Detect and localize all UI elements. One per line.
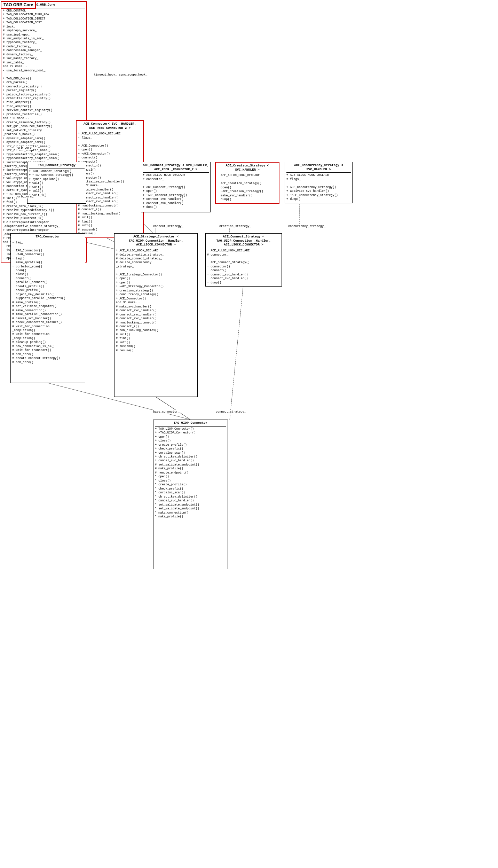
tao-connector-box: TAO_Connector - tag_ + TAO_Connector() +… — [10, 233, 85, 383]
ace-creation-strategy-content: + ACE_ALLOC_HOOK_DECLARE + ACE_Creation_… — [217, 174, 277, 202]
tao-connector-content: - tag_ + TAO_Connector() + ~TAO_Connecto… — [12, 241, 84, 365]
window-title: TAO ORB Core — [1, 1, 36, 9]
tao-connector-title: TAO_Connector — [12, 235, 84, 240]
diagram-container: TAO ORB Core TAO_ORB_Core + ORB_CONTROL … — [0, 0, 498, 868]
tao-orb-core-content: + ORB_CONTROL + TAO_COLLOCATION_THRU_POA… — [3, 9, 85, 261]
tao-connect-strategy-box: TAO_Connect_Strategy + TAO_Connect_Strat… — [27, 162, 86, 204]
svg-line-14 — [156, 397, 190, 420]
edge-label-active-connect: active_connect_strategy_ — [17, 225, 60, 228]
ace-connector-content: + ACE_ALLOC_HOOK_DECLARE - flags_ + ACE_… — [78, 132, 142, 236]
tao-connect-strategy-title: TAO_Connect_Strategy — [29, 164, 85, 169]
tao-orb-core-box: TAO_ORB_Core + ORB_CONTROL + TAO_COLLOCA… — [1, 1, 87, 263]
edge-label-concurrency-strategy: concurrency_strategy_ — [288, 225, 325, 228]
tao-uiop-connector-content: + TAO_UIOP_Connector() + ~TAO_UIOP_Conne… — [155, 427, 226, 519]
ace-concurrency-strategy-content: + ACE_ALLOC_HOOK_DECLARE # flags_ + ACE_… — [286, 173, 351, 201]
ace-connect-strategy-2-content: + ACE_ALLOC_HOOK_DECLARE # connector_ + … — [143, 173, 209, 209]
ace-connect-strategy-2-title: ACE_Connect_Strategy < SVC_HANDLER, ACE_… — [143, 164, 209, 173]
svg-line-8 — [156, 397, 190, 420]
ace-connect-strategy-lsock-title: ACE_Connect_Strategy < TAO_UIOP_Connecti… — [207, 235, 280, 248]
ace-creation-strategy-title: ACE_Creation_Strategy < SVC_HANDLER > — [217, 164, 277, 173]
edge-label-creation-strategy: creation_strategy_ — [219, 225, 251, 228]
ace-connect-strategy-lsock-box: ACE_Connect_Strategy < TAO_UIOP_Connecti… — [205, 233, 282, 287]
edge-label-orbcore2: orb_core_ — [17, 195, 33, 198]
tao-uiop-connector-title: TAO_UIOP_Connector — [155, 421, 226, 427]
ace-strategy-connector-title: ACE_Strategy_Connector < TAO_UIOP_Connec… — [116, 235, 196, 248]
edge-label-orbcore1: orb_core_ — [17, 146, 33, 150]
ace-strategy-connector-content: + ACE_ALLOC_HOOK_DECLARE # delete_creati… — [116, 249, 196, 353]
tao-uiop-connector-box: TAO_UIOP_Connector + TAO_UIOP_Connector(… — [153, 420, 228, 569]
edge-label-connect-strategy1: connect_strategy_ — [153, 225, 183, 228]
tao-connect-strategy-content: + TAO_Connect_Strategy() + ~TAO_Connect_… — [29, 170, 85, 197]
ace-strategy-connector-box: ACE_Strategy_Connector < TAO_UIOP_Connec… — [114, 233, 198, 397]
edge-label-timeout: timeout_hook_ sync_scope_hook_ — [94, 73, 147, 77]
edge-label-base-connector: base_connector_ — [153, 410, 180, 414]
ace-concurrency-strategy-box: ACE_Concurrency_Strategy < SVC_HANDLER >… — [285, 162, 353, 203]
ace-connector-title: ACE_Connector< SVC _HANDLER, ACE_PEER_CO… — [78, 122, 142, 131]
ace-concurrency-strategy-title: ACE_Concurrency_Strategy < SVC_HANDLER > — [286, 164, 351, 173]
edge-label-connect-strategy2: connect_strategy_ — [216, 410, 246, 414]
ace-connect-strategy-2-box: ACE_Connect_Strategy < SVC_HANDLER, ACE_… — [141, 162, 211, 212]
svg-line-9 — [230, 282, 244, 420]
ace-connect-strategy-lsock-content: + ACE_ALLOC_HOOK_DECLARE # connector_ + … — [207, 249, 280, 285]
ace-creation-strategy-box: ACE_Creation_Strategy < SVC_HANDLER > + … — [215, 162, 279, 204]
